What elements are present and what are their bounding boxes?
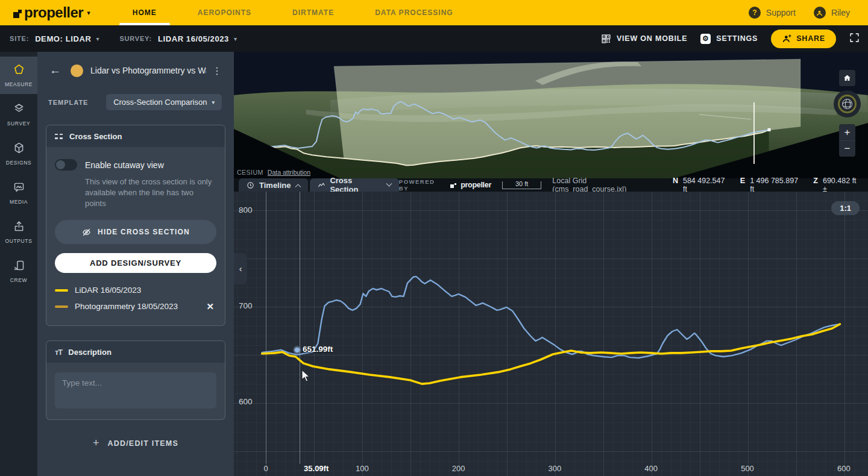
layer-name: LiDAR 16/05/2023 <box>75 286 141 295</box>
nav-tab-dirtmate[interactable]: DIRTMATE <box>272 0 354 25</box>
map-3d-viewport[interactable]: CESIUM Data attribution + − <box>234 52 868 178</box>
clock-icon <box>247 181 254 189</box>
survey-selector[interactable]: SURVEY: LIDAR 16/05/2023 ▾ <box>119 34 237 43</box>
main-area: CESIUM Data attribution + − Timeline <box>234 52 868 476</box>
layer-color-dash <box>55 305 68 308</box>
top-nav-right: ? Support Riley <box>749 7 850 19</box>
nav-tab-home[interactable]: HOME <box>112 0 177 25</box>
description-card-header[interactable]: тT Description <box>46 341 225 363</box>
support-button[interactable]: ? Support <box>749 7 796 19</box>
powered-by-label: POWERED BY <box>399 178 447 192</box>
compass-control[interactable] <box>834 90 861 117</box>
user-menu[interactable]: Riley <box>814 7 850 19</box>
nav-tab-aeropoints[interactable]: AEROPOINTS <box>177 0 272 25</box>
chevron-up-icon <box>295 184 301 190</box>
designs-icon <box>13 142 25 157</box>
data-attribution-link[interactable]: Data attribution <box>268 169 310 176</box>
chart-plot <box>234 192 868 476</box>
survey-value: LIDAR 16/05/2023 <box>158 34 229 43</box>
site-bar-actions: VIEW ON MOBILE ⚙ SETTINGS SHARE <box>601 30 860 48</box>
help-icon: ? <box>749 7 761 19</box>
coordinate-n: N584 492.547 ft <box>673 177 731 193</box>
cesium-label: CESIUM <box>237 169 263 176</box>
settings-label: SETTINGS <box>716 34 758 43</box>
cutaway-toggle-label: Enable cutaway view <box>85 160 164 170</box>
mouse-cursor <box>301 369 311 383</box>
sidebar-item-designs[interactable]: DESIGNS <box>0 135 37 172</box>
qr-code-icon <box>601 34 611 44</box>
measurement-color-dot[interactable] <box>71 64 83 77</box>
back-button[interactable]: ← <box>49 64 61 77</box>
gear-icon: ⚙ <box>700 34 711 44</box>
nav-tab-data-processing[interactable]: DATA PROCESSING <box>354 0 473 25</box>
aspect-ratio-badge[interactable]: 1:1 <box>831 201 860 215</box>
measurement-title: Lidar vs Photogrammetry vs Wa... <box>90 66 206 75</box>
template-dropdown[interactable]: Cross-Section Comparison ▾ <box>106 94 222 110</box>
card-title: Cross Section <box>69 132 122 141</box>
sidebar-item-survey[interactable]: SURVEY <box>0 96 37 133</box>
add-edit-items-label: ADD/EDIT ITEMS <box>108 439 179 448</box>
more-options-button[interactable]: ⋮ <box>210 65 224 77</box>
section-endpoint-handle[interactable] <box>768 128 771 131</box>
description-card-body <box>46 363 225 419</box>
add-edit-items-button[interactable]: + ADD/EDIT ITEMS <box>37 437 234 449</box>
plus-icon: + <box>93 437 99 449</box>
measure-icon <box>13 63 25 78</box>
view-on-mobile-button[interactable]: VIEW ON MOBILE <box>601 34 687 44</box>
template-row: TEMPLATE Cross-Section Comparison ▾ <box>48 94 222 110</box>
text-icon: тT <box>55 348 62 357</box>
layer-row[interactable]: LiDAR 16/05/2023 <box>55 282 216 298</box>
layer-row[interactable]: Photogrammetry 18/05/2023✕ <box>55 298 216 315</box>
profile-line-icon <box>318 181 326 189</box>
marker-dot <box>295 348 300 352</box>
template-label: TEMPLATE <box>48 99 88 106</box>
view-on-mobile-label: VIEW ON MOBILE <box>617 34 687 43</box>
cross-section-tab[interactable]: Cross Section <box>310 178 399 192</box>
share-button[interactable]: SHARE <box>771 30 836 48</box>
add-design-survey-button[interactable]: ADD DESIGN/SURVEY <box>55 253 216 273</box>
propeller-logo[interactable]: propeller ▾ <box>11 4 90 21</box>
fullscreen-button[interactable] <box>849 33 860 45</box>
card-title: Description <box>68 348 112 357</box>
remove-layer-button[interactable]: ✕ <box>204 301 216 312</box>
cutaway-hint: This view of the cross section is only a… <box>85 177 216 209</box>
user-name: Riley <box>831 8 850 17</box>
chevron-down-icon: ▾ <box>212 99 215 105</box>
media-icon <box>13 181 25 196</box>
primary-tabs: HOMEAEROPOINTSDIRTMATEDATA PROCESSING <box>112 0 474 25</box>
cross-section-card-header[interactable]: Cross Section <box>46 125 225 147</box>
propeller-app: propeller ▾ HOMEAEROPOINTSDIRTMATEDATA P… <box>0 0 868 476</box>
survey-label: SURVEY: <box>119 35 151 42</box>
crew-icon <box>13 259 25 274</box>
left-rail: MEASURESURVEYDESIGNSMEDIAOUTPUTSCREW <box>0 52 37 476</box>
sidebar-item-measure[interactable]: MEASURE <box>0 57 37 94</box>
user-icon <box>814 7 826 19</box>
propeller-mark-icon <box>450 182 456 188</box>
sidebar-item-crew[interactable]: CREW <box>0 252 37 290</box>
sidebar-item-media[interactable]: MEDIA <box>0 174 37 211</box>
cross-section-icon <box>55 134 63 139</box>
collapse-panel-handle[interactable]: ‹ <box>234 253 247 284</box>
cross-section-chart[interactable]: 800700600 0100200300400500600 35.09ft 65… <box>234 192 868 476</box>
coordinate-z: Z690.482 ft ± <box>813 177 862 193</box>
timeline-tab[interactable]: Timeline <box>239 178 308 192</box>
survey-icon <box>13 102 25 117</box>
settings-button[interactable]: ⚙ SETTINGS <box>700 34 758 44</box>
site-selector[interactable]: SITE: DEMO: LIDAR ▾ <box>10 34 99 43</box>
zoom-out-button[interactable]: − <box>839 140 855 157</box>
layer-list: LiDAR 16/05/2023Photogrammetry 18/05/202… <box>55 282 216 315</box>
cutaway-toggle[interactable] <box>55 159 77 171</box>
site-value: DEMO: LIDAR <box>35 34 91 43</box>
hide-cross-section-label: HIDE CROSS SECTION <box>98 228 190 236</box>
zoom-in-button[interactable]: + <box>839 124 855 140</box>
terrain-scene <box>234 52 868 178</box>
hide-cross-section-button[interactable]: HIDE CROSS SECTION <box>55 220 216 244</box>
template-value: Cross-Section Comparison <box>113 98 207 107</box>
layer-name: Photogrammetry 18/05/2023 <box>75 302 178 311</box>
chart-toolbar: Timeline Cross Section POWERED BY propel… <box>234 178 868 192</box>
sidebar-item-outputs[interactable]: OUTPUTS <box>0 213 37 251</box>
chevron-down-icon: ▾ <box>87 9 90 17</box>
marker-elevation-label: 651.99ft <box>303 345 333 354</box>
home-view-button[interactable] <box>839 70 855 86</box>
description-input[interactable] <box>55 372 216 409</box>
